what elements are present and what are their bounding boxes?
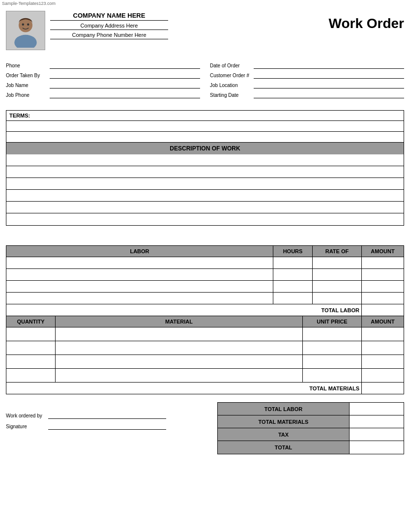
form-row-3: Job Name Job Location — [6, 82, 404, 89]
summary-label-total-materials: TOTAL MATERIALS — [218, 415, 350, 428]
work-ordered-by-input[interactable] — [48, 412, 166, 419]
summary-row-tax: TAX — [218, 428, 404, 441]
mat-cell-1-3[interactable] — [303, 327, 362, 341]
materials-data-row-2[interactable] — [6, 341, 404, 355]
summary-value-total-materials[interactable] — [350, 415, 404, 428]
watermark: Sample-Templates123.com — [0, 0, 410, 7]
materials-data-row-1[interactable] — [6, 327, 404, 341]
work-ordered-by-row: Work ordered by — [6, 412, 166, 419]
desc-row-5[interactable] — [6, 202, 404, 213]
phone-input-line[interactable] — [50, 62, 200, 69]
summary-row-total-materials: TOTAL MATERIALS — [218, 415, 404, 428]
job-phone-label: Job Phone — [6, 92, 48, 98]
date-of-order-input-line[interactable] — [254, 62, 404, 69]
customer-order-label: Customer Order # — [210, 73, 252, 78]
order-taken-by-field: Order Taken By — [6, 72, 200, 79]
labor-data-row-3[interactable] — [6, 280, 404, 292]
form-row-2: Order Taken By Customer Order # — [6, 72, 404, 79]
labor-cell-2-4[interactable] — [362, 269, 404, 280]
labor-cell-4-3[interactable] — [313, 293, 362, 304]
desc-row-1[interactable] — [6, 154, 404, 166]
materials-total-label: TOTAL MATERIALS — [303, 383, 362, 394]
labor-cell-4-4[interactable] — [362, 293, 404, 304]
desc-row-4[interactable] — [6, 190, 404, 202]
mat-cell-4-1[interactable] — [6, 369, 56, 382]
job-phone-field: Job Phone — [6, 91, 200, 98]
job-location-field: Job Location — [210, 82, 404, 89]
customer-order-field: Customer Order # — [210, 72, 404, 79]
labor-col-header-labor: LABOR — [6, 246, 273, 257]
materials-data-row-4[interactable] — [6, 368, 404, 382]
job-location-input-line[interactable] — [254, 82, 404, 89]
header-section: COMPANY NAME HERE Company Address Here C… — [0, 7, 410, 52]
labor-cell-4-2[interactable] — [273, 293, 313, 304]
customer-order-input-line[interactable] — [254, 72, 404, 79]
mat-cell-3-3[interactable] — [303, 355, 362, 368]
labor-col-header-rate: RATE OF — [313, 246, 362, 257]
terms-row-2[interactable] — [6, 132, 404, 143]
signature-label: Signature — [6, 424, 45, 429]
starting-date-field: Starting Date — [210, 91, 404, 98]
materials-total-value[interactable] — [362, 383, 404, 394]
company-name: COMPANY NAME HERE — [50, 12, 168, 21]
labor-cell-1-1[interactable] — [6, 257, 273, 268]
labor-total-value[interactable] — [362, 304, 404, 316]
summary-value-total-labor[interactable] — [350, 403, 404, 415]
desc-row-3[interactable] — [6, 178, 404, 190]
mat-cell-4-3[interactable] — [303, 369, 362, 382]
work-ordered-by-label: Work ordered by — [6, 413, 45, 418]
terms-section: TERMS: DESCRIPTION OF WORK — [6, 110, 404, 226]
order-taken-by-input-line[interactable] — [50, 72, 200, 79]
labor-total-spacer — [6, 304, 313, 316]
labor-data-row-1[interactable] — [6, 257, 404, 268]
mat-cell-4-4[interactable] — [362, 369, 404, 382]
labor-col-header-hours: HOURS — [273, 246, 313, 257]
summary-label-total-labor: TOTAL LABOR — [218, 403, 350, 415]
form-row-4: Job Phone Starting Date — [6, 91, 404, 98]
labor-cell-1-2[interactable] — [273, 257, 313, 268]
job-phone-input-line[interactable] — [50, 91, 200, 98]
signature-input[interactable] — [48, 423, 166, 430]
mat-cell-3-2[interactable] — [56, 355, 303, 368]
labor-cell-2-1[interactable] — [6, 269, 273, 280]
labor-cell-2-2[interactable] — [273, 269, 313, 280]
mat-cell-1-2[interactable] — [56, 327, 303, 341]
terms-row-1[interactable] — [6, 121, 404, 132]
summary-table: TOTAL LABOR TOTAL MATERIALS TAX TOTAL — [217, 402, 404, 454]
labor-cell-4-1[interactable] — [6, 293, 273, 304]
summary-label-total: TOTAL — [218, 441, 350, 454]
mat-cell-2-4[interactable] — [362, 341, 404, 355]
company-phone: Company Phone Number Here — [50, 32, 168, 39]
bottom-area: Work ordered by Signature TOTAL LABOR TO… — [6, 402, 404, 454]
description-header: DESCRIPTION OF WORK — [6, 143, 404, 154]
mat-cell-1-1[interactable] — [6, 327, 56, 341]
labor-cell-1-3[interactable] — [313, 257, 362, 268]
starting-date-input-line[interactable] — [254, 91, 404, 98]
company-address: Company Address Here — [50, 23, 168, 30]
avatar — [6, 11, 45, 50]
mat-cell-2-2[interactable] — [56, 341, 303, 355]
job-location-label: Job Location — [210, 83, 252, 88]
desc-row-6[interactable] — [6, 213, 404, 225]
mat-cell-3-1[interactable] — [6, 355, 56, 368]
desc-row-2[interactable] — [6, 166, 404, 178]
labor-cell-3-2[interactable] — [273, 281, 313, 292]
labor-cell-3-3[interactable] — [313, 281, 362, 292]
summary-value-total[interactable] — [350, 441, 404, 454]
mat-cell-1-4[interactable] — [362, 327, 404, 341]
summary-value-tax[interactable] — [350, 428, 404, 441]
mat-cell-2-1[interactable] — [6, 341, 56, 355]
job-name-input-line[interactable] — [50, 82, 200, 89]
labor-data-row-2[interactable] — [6, 268, 404, 280]
materials-total-row: TOTAL MATERIALS — [6, 382, 404, 394]
labor-cell-1-4[interactable] — [362, 257, 404, 268]
labor-cell-3-1[interactable] — [6, 281, 273, 292]
mat-cell-2-3[interactable] — [303, 341, 362, 355]
labor-data-row-4[interactable] — [6, 292, 404, 304]
mat-cell-4-2[interactable] — [56, 369, 303, 382]
mat-cell-3-4[interactable] — [362, 355, 404, 368]
labor-cell-3-4[interactable] — [362, 281, 404, 292]
labor-total-label: TOTAL LABOR — [313, 304, 362, 316]
materials-data-row-3[interactable] — [6, 355, 404, 368]
labor-cell-2-3[interactable] — [313, 269, 362, 280]
